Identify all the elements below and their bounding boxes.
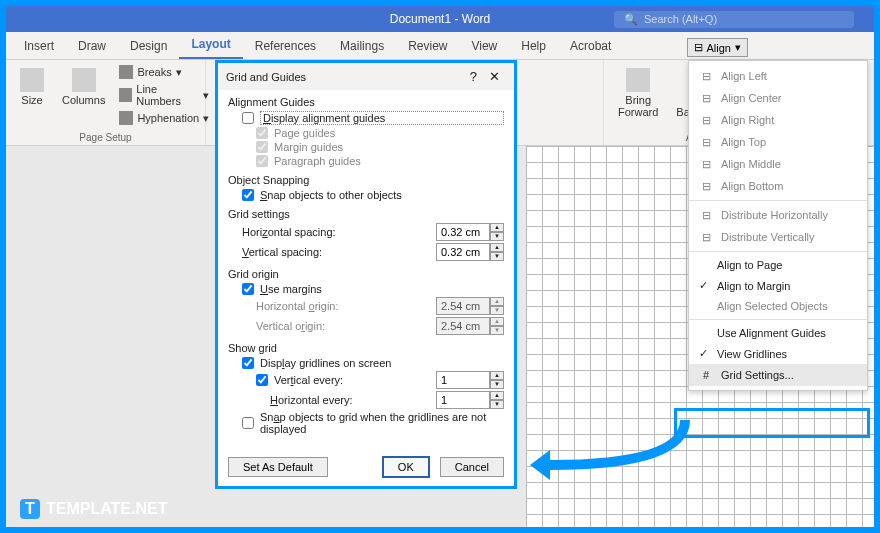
- align-to-page-item[interactable]: Align to Page: [689, 255, 867, 275]
- vertical-every-input[interactable]: [436, 371, 490, 389]
- template-net-logo: T TEMPLATE.NET: [20, 499, 167, 519]
- tab-design[interactable]: Design: [118, 33, 179, 59]
- highlight-box: [674, 408, 870, 438]
- spin-down[interactable]: ▼: [490, 380, 504, 389]
- align-left-icon: ⊟: [699, 69, 713, 83]
- paragraph-guides-checkbox: [256, 155, 268, 167]
- v-spacing-label: Vertical spacing:: [242, 246, 430, 258]
- distribute-v-icon: ⊟: [699, 230, 713, 244]
- spin-down[interactable]: ▼: [490, 232, 504, 241]
- h-origin-input: [436, 297, 490, 315]
- vertical-every-checkbox[interactable]: [256, 374, 268, 386]
- section-grid-settings: Grid settings: [228, 208, 504, 220]
- logo-icon: T: [20, 499, 40, 519]
- use-margins-checkbox[interactable]: [242, 283, 254, 295]
- dialog-title: Grid and Guides: [226, 71, 464, 83]
- line-numbers-icon: [119, 88, 132, 102]
- h-spacing-label: Horizontal spacing:: [242, 226, 430, 238]
- v-origin-input: [436, 317, 490, 335]
- snap-not-displayed-checkbox[interactable]: [242, 417, 254, 429]
- grid-icon: #: [699, 368, 713, 382]
- use-alignment-guides-item[interactable]: Use Alignment Guides: [689, 323, 867, 343]
- callout-arrow: [530, 420, 690, 480]
- tab-insert[interactable]: Insert: [12, 33, 66, 59]
- grid-settings-item[interactable]: #Grid Settings...: [689, 364, 867, 386]
- breaks-icon: [119, 65, 133, 79]
- menu-separator: [689, 200, 867, 201]
- close-button[interactable]: ✕: [483, 69, 506, 84]
- h-spacing-input[interactable]: [436, 223, 490, 241]
- align-to-margin-item[interactable]: ✓Align to Margin: [689, 275, 867, 296]
- columns-icon: [72, 68, 96, 92]
- distribute-h-icon: ⊟: [699, 208, 713, 222]
- snap-objects-checkbox[interactable]: [242, 189, 254, 201]
- spin-up[interactable]: ▲: [490, 223, 504, 232]
- view-gridlines-item[interactable]: ✓View Gridlines: [689, 343, 867, 364]
- display-alignment-guides-label: DDisplay alignment guidesisplay alignmen…: [260, 111, 504, 125]
- tab-help[interactable]: Help: [509, 33, 558, 59]
- align-selected-item[interactable]: Align Selected Objects: [689, 296, 867, 316]
- ok-button[interactable]: OK: [382, 456, 430, 478]
- line-numbers-button[interactable]: Line Numbers▾: [117, 82, 211, 108]
- align-center-icon: ⊟: [699, 91, 713, 105]
- tab-references[interactable]: References: [243, 33, 328, 59]
- align-dropdown-button[interactable]: ⊟ Align ▾: [687, 38, 748, 57]
- v-origin-label: Vertical origin:: [256, 320, 430, 332]
- align-bottom-item[interactable]: ⊟Align Bottom: [689, 175, 867, 197]
- distribute-v-item[interactable]: ⊟Distribute Vertically: [689, 226, 867, 248]
- distribute-h-item[interactable]: ⊟Distribute Horizontally: [689, 204, 867, 226]
- breaks-button[interactable]: Breaks▾: [117, 64, 211, 80]
- horizontal-every-input[interactable]: [436, 391, 490, 409]
- spin-down[interactable]: ▼: [490, 400, 504, 409]
- check-icon: ✓: [699, 279, 709, 292]
- tab-view[interactable]: View: [459, 33, 509, 59]
- align-top-item[interactable]: ⊟Align Top: [689, 131, 867, 153]
- align-middle-item[interactable]: ⊟Align Middle: [689, 153, 867, 175]
- v-spacing-input[interactable]: [436, 243, 490, 261]
- bring-forward-button[interactable]: Bring Forward: [612, 64, 664, 130]
- align-bottom-icon: ⊟: [699, 179, 713, 193]
- tab-review[interactable]: Review: [396, 33, 459, 59]
- hyphenation-button[interactable]: Hyphenation▾: [117, 110, 211, 126]
- menu-separator: [689, 319, 867, 320]
- align-left-item[interactable]: ⊟Align Left: [689, 65, 867, 87]
- search-box[interactable]: 🔍 Search (Alt+Q): [614, 11, 854, 28]
- menu-separator: [689, 251, 867, 252]
- align-right-icon: ⊟: [699, 113, 713, 127]
- align-center-item[interactable]: ⊟Align Center: [689, 87, 867, 109]
- cancel-button[interactable]: Cancel: [440, 457, 504, 477]
- align-icon: ⊟: [694, 41, 703, 54]
- spin-up[interactable]: ▲: [490, 243, 504, 252]
- align-right-item[interactable]: ⊟Align Right: [689, 109, 867, 131]
- group-page-setup: Page Setup: [14, 130, 197, 145]
- set-default-button[interactable]: Set As Default: [228, 457, 328, 477]
- help-button[interactable]: ?: [464, 69, 483, 84]
- check-icon: ✓: [699, 347, 709, 360]
- dialog-titlebar: Grid and Guides ? ✕: [218, 63, 514, 90]
- align-top-icon: ⊟: [699, 135, 713, 149]
- align-menu: ⊟Align Left ⊟Align Center ⊟Align Right ⊟…: [688, 60, 868, 391]
- window-title: Document1 - Word: [390, 12, 490, 26]
- hyphenation-icon: [119, 111, 133, 125]
- section-alignment-guides: Alignment Guides: [228, 96, 504, 108]
- tab-draw[interactable]: Draw: [66, 33, 118, 59]
- search-placeholder: Search (Alt+Q): [644, 13, 717, 25]
- align-middle-icon: ⊟: [699, 157, 713, 171]
- spin-up[interactable]: ▲: [490, 371, 504, 380]
- tab-mailings[interactable]: Mailings: [328, 33, 396, 59]
- spin-down[interactable]: ▼: [490, 252, 504, 261]
- bring-forward-icon: [626, 68, 650, 92]
- columns-button[interactable]: Columns: [56, 64, 111, 130]
- display-alignment-guides-checkbox[interactable]: [242, 112, 254, 124]
- section-grid-origin: Grid origin: [228, 268, 504, 280]
- h-origin-label: Horizontal origin:: [256, 300, 430, 312]
- section-object-snapping: Object Snapping: [228, 174, 504, 186]
- tab-acrobat[interactable]: Acrobat: [558, 33, 623, 59]
- size-icon: [20, 68, 44, 92]
- chevron-down-icon: ▾: [735, 41, 741, 54]
- display-gridlines-checkbox[interactable]: [242, 357, 254, 369]
- spin-up[interactable]: ▲: [490, 391, 504, 400]
- size-button[interactable]: Size: [14, 64, 50, 130]
- search-icon: 🔍: [624, 13, 638, 26]
- tab-layout[interactable]: Layout: [179, 31, 242, 59]
